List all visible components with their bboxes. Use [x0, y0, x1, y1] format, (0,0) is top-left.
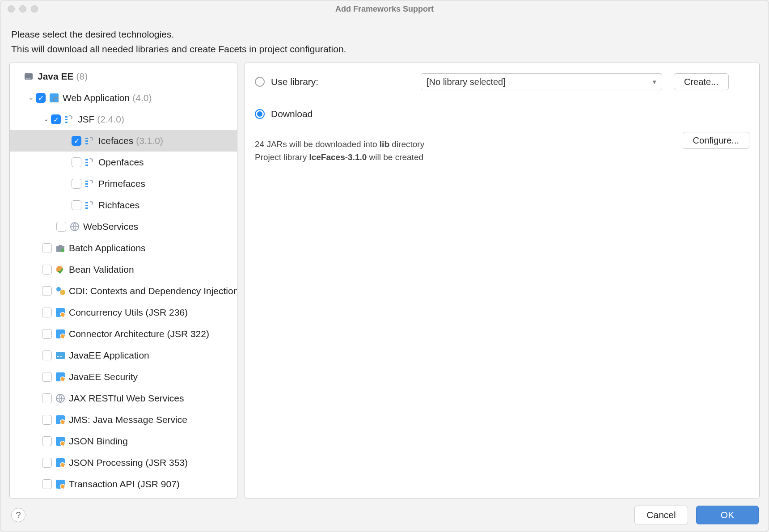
checkbox[interactable]: ✓	[72, 136, 81, 146]
checkbox[interactable]	[72, 179, 81, 189]
instructions-line-2: This will download all needed libraries …	[11, 42, 758, 57]
chevron-down-icon[interactable]: ⌄	[41, 115, 51, 123]
tree-node-openfaces[interactable]: Openfaces	[10, 152, 237, 173]
bean-icon	[55, 265, 65, 274]
tree-node-jax-rs[interactable]: JAX RESTful Web Services	[10, 388, 237, 409]
tree-label: Connector Architecture (JSR 322)	[69, 329, 209, 339]
tree-node-javaee-app[interactable]: JavaEE Application	[10, 345, 237, 366]
tree-node-json-binding[interactable]: JSON Binding	[10, 431, 237, 452]
library-select[interactable]: [No library selected] ▼	[421, 73, 662, 90]
tree-node-batch[interactable]: Batch Applications	[10, 237, 237, 259]
facet-icon	[55, 415, 65, 425]
tree-label: Batch Applications	[69, 243, 146, 253]
tree-label: JavaEE Application	[69, 350, 149, 361]
tree-suffix: (2.4.0)	[94, 114, 124, 125]
tree-label: Web Application	[63, 93, 130, 103]
jsf-icon	[64, 114, 74, 124]
java-ee-icon	[24, 72, 34, 81]
help-button[interactable]: ?	[11, 508, 25, 522]
tree-node-concurrency[interactable]: Concurrency Utils (JSR 236)	[10, 302, 237, 323]
window-title: Add Frameworks Support	[0, 4, 769, 14]
cdi-icon	[55, 286, 65, 296]
tree-node-cdi[interactable]: CDI: Contexts and Dependency Injection	[10, 280, 237, 302]
titlebar: Add Frameworks Support	[0, 0, 769, 17]
jsf-icon	[85, 157, 95, 167]
cancel-button[interactable]: Cancel	[634, 506, 688, 524]
tree-node-webservices[interactable]: WebServices	[10, 216, 237, 237]
tree-label: Concurrency Utils (JSR 236)	[69, 307, 188, 318]
checkbox[interactable]	[42, 393, 52, 403]
tree-suffix: (8)	[74, 71, 88, 82]
checkbox[interactable]	[72, 200, 81, 210]
tree-node-jms[interactable]: JMS: Java Message Service	[10, 409, 237, 431]
checkbox[interactable]	[42, 436, 52, 446]
globe-icon	[55, 393, 65, 403]
tree-label: CDI: Contexts and Dependency Injection	[69, 286, 237, 296]
framework-tree-inner: ▾ Java EE (8) ⌄ ✓ Web Application (4.0) …	[10, 63, 237, 498]
checkbox[interactable]	[42, 479, 52, 489]
tree-label: JSF	[78, 114, 94, 125]
tree-node-jsf[interactable]: ⌄ ✓ JSF (2.4.0)	[10, 109, 237, 130]
tree-node-bean-validation[interactable]: Bean Validation	[10, 259, 237, 280]
checkbox[interactable]	[42, 415, 52, 425]
jsf-icon	[85, 179, 95, 189]
dialog-footer: ? Cancel OK	[0, 498, 769, 532]
ok-button[interactable]: OK	[696, 506, 759, 524]
jar-count: 24	[255, 139, 264, 149]
tree-label: JSON Binding	[69, 436, 128, 447]
library-select-value: [No library selected]	[427, 77, 506, 87]
checkbox[interactable]	[42, 350, 52, 360]
tree-label: Icefaces	[98, 135, 133, 146]
tree-node-transaction-api[interactable]: Transaction API (JSR 907)	[10, 473, 237, 495]
tree-node-javaee-security[interactable]: JavaEE Security	[10, 366, 237, 388]
detail-panel: Use library: [No library selected] ▼ Cre…	[245, 63, 760, 498]
folder-icon	[55, 243, 65, 253]
radio-use-library[interactable]	[255, 77, 265, 87]
facet-icon	[55, 479, 65, 489]
tree-node-java-ee[interactable]: ▾ Java EE (8)	[10, 66, 237, 87]
create-library-button[interactable]: Create...	[674, 73, 729, 90]
tree-node-primefaces[interactable]: Primefaces	[10, 173, 237, 194]
checkbox[interactable]: ✓	[51, 114, 61, 124]
use-library-label: Use library:	[271, 76, 421, 87]
tree-node-web-application[interactable]: ⌄ ✓ Web Application (4.0)	[10, 87, 237, 109]
checkbox[interactable]	[42, 458, 52, 468]
instructions-line-1: Please select the desired technologies.	[11, 27, 758, 42]
dialog-body: ▾ Java EE (8) ⌄ ✓ Web Application (4.0) …	[0, 63, 769, 498]
checkbox[interactable]	[42, 308, 52, 317]
tree-label: Bean Validation	[69, 264, 134, 275]
jsf-icon	[85, 200, 95, 210]
globe-icon	[70, 222, 80, 232]
tree-label: WebServices	[83, 221, 138, 232]
checkbox[interactable]	[72, 157, 81, 167]
tree-node-connector[interactable]: Connector Architecture (JSR 322)	[10, 323, 237, 345]
tree-label: JavaEE Security	[69, 372, 138, 382]
framework-tree[interactable]: ▾ Java EE (8) ⌄ ✓ Web Application (4.0) …	[9, 63, 237, 498]
facet-icon	[55, 372, 65, 382]
tree-label: JAX RESTful Web Services	[69, 393, 184, 404]
javaee-app-icon	[55, 350, 65, 360]
configure-button[interactable]: Configure...	[683, 132, 749, 149]
web-app-icon	[49, 93, 59, 103]
checkbox[interactable]	[42, 243, 52, 253]
tree-node-json-processing[interactable]: JSON Processing (JSR 353)	[10, 452, 237, 473]
tree-node-icefaces[interactable]: ✓ Icefaces (3.1.0)	[10, 130, 237, 152]
facet-icon	[55, 329, 65, 339]
use-library-row: Use library: [No library selected] ▼ Cre…	[255, 71, 749, 93]
tree-label: JSON Processing (JSR 353)	[69, 457, 188, 468]
tree-node-richfaces[interactable]: Richfaces	[10, 194, 237, 216]
checkbox[interactable]	[42, 329, 52, 339]
facet-icon	[55, 308, 65, 317]
tree-label: Java EE	[38, 71, 74, 81]
tree-suffix: (4.0)	[130, 93, 152, 103]
download-info: 24 JARs will be downloaded into lib dire…	[255, 138, 749, 164]
checkbox[interactable]	[42, 265, 52, 274]
tree-label: Transaction API (JSR 907)	[69, 479, 180, 490]
checkbox[interactable]	[42, 286, 52, 296]
checkbox[interactable]	[42, 372, 52, 382]
instructions: Please select the desired technologies. …	[0, 17, 769, 63]
checkbox[interactable]	[56, 222, 66, 232]
radio-download[interactable]	[255, 109, 265, 119]
chevron-down-icon[interactable]: ⌄	[26, 93, 36, 101]
checkbox[interactable]: ✓	[36, 93, 46, 103]
